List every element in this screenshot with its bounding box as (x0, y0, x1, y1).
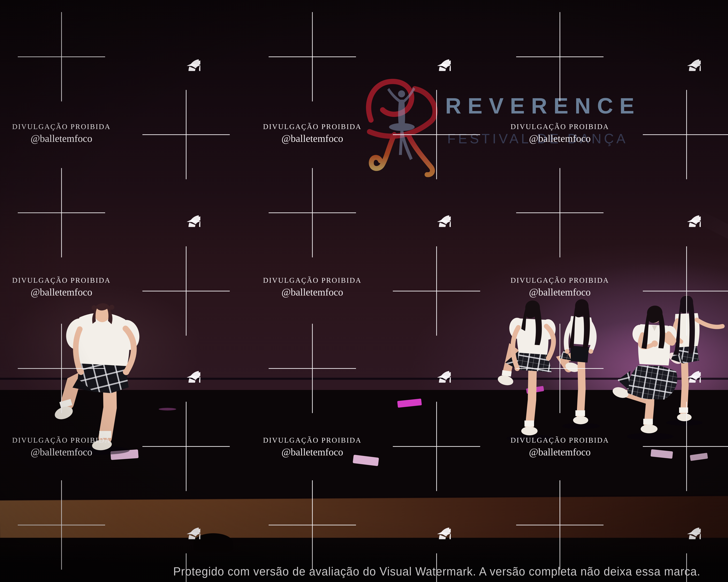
watermarked-stage-photo: REVERENCE FESTIVAL DE DANÇA DIVULGAÇÃO P… (0, 0, 728, 582)
trial-version-banner: Protegido com versão de avaliação do Vis… (22, 564, 728, 578)
photo-vignette (0, 0, 728, 582)
